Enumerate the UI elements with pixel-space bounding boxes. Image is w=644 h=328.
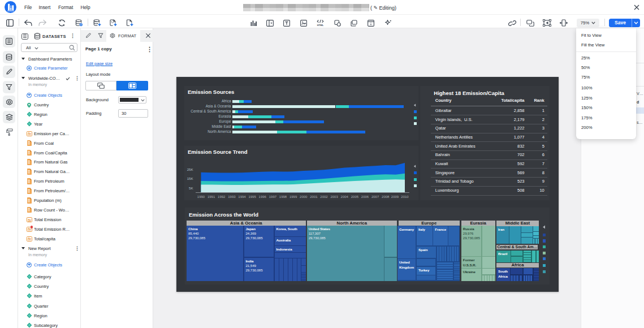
svg-text:HTML: HTML bbox=[317, 24, 324, 27]
